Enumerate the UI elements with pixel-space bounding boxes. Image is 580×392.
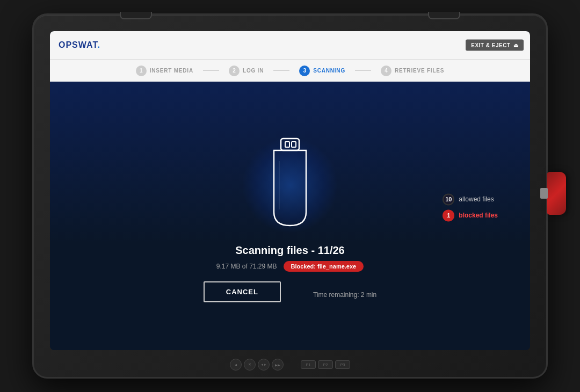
allowed-files-row: 10 allowed files: [443, 193, 498, 205]
top-notch-right: [428, 12, 460, 19]
usb-port-right: [541, 172, 568, 220]
usb-connector: [540, 188, 548, 199]
step-1: 1 INSERT MEDIA: [126, 66, 203, 76]
step-3: 3 SCANNING: [289, 66, 355, 76]
main-content: 10 allowed files 1 blocked files: [50, 82, 530, 350]
step-divider-1: [203, 70, 219, 71]
blocked-count-badge: 1: [443, 209, 454, 221]
blocked-file-badge: Blocked: file_name.exe: [284, 261, 364, 272]
eject-icon: ⏏: [513, 42, 519, 48]
usb-drive-svg: [260, 134, 320, 236]
step-4: 4 RETRIEVE FILES: [371, 66, 454, 76]
step-3-label: SCANNING: [313, 68, 345, 74]
screen: OPSWAT. EXIT & EJECT ⏏ 1 INSERT MEDIA 2 …: [50, 31, 530, 350]
step-3-number: 3: [299, 66, 310, 76]
usb-illustration: [215, 126, 365, 244]
hw-btn-p3[interactable]: P3: [335, 360, 350, 369]
svg-rect-2: [292, 142, 296, 147]
header-bar: OPSWAT. EXIT & EJECT ⏏: [50, 31, 530, 59]
stats-panel: 10 allowed files 1 blocked files: [443, 193, 498, 221]
step-2-number: 2: [229, 66, 240, 76]
scan-progress-row: 9.17 MB of 71.29 MB Blocked: file_name.e…: [216, 261, 364, 272]
logo: OPSWAT.: [59, 40, 100, 50]
preset-buttons-group: P1 P2 P3: [301, 360, 350, 369]
media-buttons-group: ◄ ✕ ◄► ▶▶: [230, 359, 284, 371]
scan-title: Scanning files - 11/26: [235, 244, 344, 257]
bottom-buttons: ◄ ✕ ◄► ▶▶ P1 P2 P3: [230, 359, 350, 371]
allowed-count-badge: 10: [443, 193, 454, 205]
step-1-number: 1: [136, 66, 147, 76]
tablet-device: OPSWAT. EXIT & EJECT ⏏ 1 INSERT MEDIA 2 …: [32, 13, 548, 379]
hw-btn-3[interactable]: ◄►: [258, 359, 270, 371]
hw-btn-2[interactable]: ✕: [244, 359, 256, 371]
step-1-label: INSERT MEDIA: [150, 68, 193, 74]
top-notch-left: [120, 12, 152, 19]
tablet-body: OPSWAT. EXIT & EJECT ⏏ 1 INSERT MEDIA 2 …: [32, 13, 548, 379]
step-divider-3: [355, 70, 371, 71]
step-divider-2: [273, 70, 289, 71]
hw-btn-p1[interactable]: P1: [301, 360, 316, 369]
step-2-label: LOG IN: [243, 68, 264, 74]
bottom-action-row: CANCEL Time remaining: 2 min: [204, 281, 376, 306]
time-remaining: Time remaining: 2 min: [313, 291, 376, 299]
step-2: 2 LOG IN: [219, 66, 273, 76]
step-4-label: RETRIEVE FILES: [395, 68, 444, 74]
blocked-files-row: 1 blocked files: [443, 209, 498, 221]
hw-btn-1[interactable]: ◄: [230, 359, 242, 371]
step-4-number: 4: [381, 66, 392, 76]
cancel-button[interactable]: CANCEL: [204, 281, 281, 302]
hw-btn-p2[interactable]: P2: [318, 360, 333, 369]
allowed-files-label: allowed files: [459, 195, 494, 203]
usb-drive-body: [547, 172, 566, 215]
exit-eject-button[interactable]: EXIT & EJECT ⏏: [466, 40, 524, 51]
scan-info: Scanning files - 11/26 9.17 MB of 71.29 …: [204, 239, 376, 306]
scan-size: 9.17 MB of 71.29 MB: [216, 263, 277, 270]
svg-rect-1: [285, 142, 289, 147]
hw-btn-4[interactable]: ▶▶: [272, 359, 284, 371]
blocked-files-label: blocked files: [459, 212, 498, 219]
steps-bar: 1 INSERT MEDIA 2 LOG IN 3 SCANNING 4 RET…: [50, 59, 530, 82]
